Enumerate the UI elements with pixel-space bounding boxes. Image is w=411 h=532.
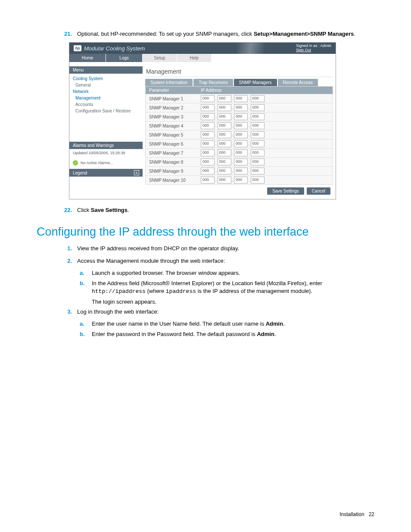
menu-management[interactable]: Management xyxy=(69,95,143,101)
ip-octet-input[interactable]: 000 xyxy=(251,159,265,165)
ss-nav-right: Setup Help xyxy=(143,54,212,62)
ip-dot-separator: . xyxy=(215,151,217,155)
menu-items: Cooling System General Network Managemen… xyxy=(69,74,143,116)
plus-icon[interactable]: + xyxy=(134,170,139,175)
ip-address-cells: 000.000.000.000 xyxy=(197,158,268,166)
ip-octet-input[interactable]: 000 xyxy=(218,140,231,147)
nav-home[interactable]: Home xyxy=(69,54,106,62)
ss-body: Menu Cooling System General Network Mana… xyxy=(69,65,336,199)
ip-octet-input[interactable]: 000 xyxy=(201,131,215,138)
ip-octet-input[interactable]: 000 xyxy=(218,113,231,120)
nav-logs[interactable]: Logs xyxy=(106,54,143,62)
ip-octet-input[interactable]: 000 xyxy=(218,177,231,184)
ip-octet-input[interactable]: 000 xyxy=(251,122,265,129)
ip-dot-separator: . xyxy=(232,178,234,182)
tab-remote-access[interactable]: Remote Access xyxy=(278,79,318,86)
col-ip-address: IP Address xyxy=(197,87,333,94)
sign-out-link[interactable]: Sign Out xyxy=(296,48,331,52)
ip-octet-input[interactable]: 000 xyxy=(218,149,231,156)
menu-accounts[interactable]: Accounts xyxy=(69,101,143,108)
ip-octet-input[interactable]: 000 xyxy=(201,159,215,165)
hp-logo-icon: hp xyxy=(74,45,81,51)
ip-octet-input[interactable]: 000 xyxy=(234,95,248,102)
ip-octet-input[interactable]: 000 xyxy=(201,177,215,184)
ip-octet-input[interactable]: 000 xyxy=(251,104,265,111)
menu-cooling-system[interactable]: Cooling System xyxy=(69,75,143,82)
ip-octet-input[interactable]: 000 xyxy=(234,122,248,129)
ip-octet-input[interactable]: 000 xyxy=(218,122,231,129)
legend-label: Legend xyxy=(73,171,87,175)
snmp-manager-row: SNMP Manager 1000.000.000.000 xyxy=(146,94,333,103)
ip-octet-input[interactable]: 000 xyxy=(234,168,248,174)
footer-page-number: 22 xyxy=(369,511,374,517)
tab-snmp-managers[interactable]: SNMP Managers xyxy=(234,79,277,86)
alarms-updated-text: Updated 10/05/2005, 15:28:38 xyxy=(69,149,143,157)
ip-octet-input[interactable]: 000 xyxy=(234,159,248,165)
menu-general[interactable]: General xyxy=(69,82,143,88)
ip-octet-input[interactable]: 000 xyxy=(201,140,215,147)
ip-octet-input[interactable]: 000 xyxy=(251,149,265,156)
ip-dot-separator: . xyxy=(249,96,250,101)
ip-octet-input[interactable]: 000 xyxy=(201,168,215,174)
step-3a: a. Enter the user name in the User Name … xyxy=(80,320,374,328)
ip-octet-input[interactable]: 000 xyxy=(234,131,248,138)
cancel-button[interactable]: Cancel xyxy=(307,187,330,195)
ip-octet-input[interactable]: 000 xyxy=(234,104,248,111)
ip-dot-separator: . xyxy=(232,124,234,128)
ip-dot-separator: . xyxy=(232,115,234,119)
snmp-manager-label: SNMP Manager 6 xyxy=(146,140,197,148)
ip-dot-separator: . xyxy=(215,178,217,182)
snmp-manager-row: SNMP Manager 6000.000.000.000 xyxy=(146,139,333,148)
legend-panel-header[interactable]: Legend + xyxy=(69,169,143,177)
ip-octet-input[interactable]: 000 xyxy=(251,95,265,102)
no-alarms-row: ✓ No Active Alarms... xyxy=(69,159,143,166)
nav-setup[interactable]: Setup xyxy=(143,54,177,62)
step-22-period: . xyxy=(128,207,129,213)
step-2b-text: In the Address field (Microsoft® Interne… xyxy=(92,280,374,296)
ip-octet-input[interactable]: 000 xyxy=(218,168,231,174)
step-21: 21. Optional, but HP-recommended: To set… xyxy=(62,30,374,38)
ip-octet-input[interactable]: 000 xyxy=(201,104,215,111)
ip-octet-input[interactable]: 000 xyxy=(218,159,231,165)
step-2a-letter: a. xyxy=(80,269,87,277)
ip-octet-input[interactable]: 000 xyxy=(218,95,231,102)
step-22-bold: Save Settings xyxy=(91,207,128,213)
tab-system-information[interactable]: System Information xyxy=(145,79,193,86)
step-2b-code-2: ipaddress xyxy=(166,288,196,295)
ip-octet-input[interactable]: 000 xyxy=(234,140,248,147)
step-21-text-a: Optional, but HP-recommended: To set up … xyxy=(77,31,254,37)
ip-octet-input[interactable]: 000 xyxy=(201,149,215,156)
ip-address-cells: 000.000.000.000 xyxy=(197,176,268,184)
tab-trap-receivers[interactable]: Trap Receivers xyxy=(193,79,233,86)
step-3a-text-1: Enter the user name in the User Name fie… xyxy=(92,320,266,327)
ip-octet-input[interactable]: 000 xyxy=(251,168,265,174)
ip-octet-input[interactable]: 000 xyxy=(251,113,265,120)
step-2a: a. Launch a supported browser. The brows… xyxy=(80,269,374,277)
ss-main-panel: Management System Information Trap Recei… xyxy=(143,65,336,199)
ip-octet-input[interactable]: 000 xyxy=(234,177,248,184)
step-2b: b. In the Address field (Microsoft® Inte… xyxy=(80,280,374,296)
ip-dot-separator: . xyxy=(215,96,217,101)
step-22: 22. Click Save Settings. xyxy=(62,206,374,214)
snmp-managers-screenshot: hp Modular Cooling System Signed in as :… xyxy=(69,42,336,199)
step-2a-text: Launch a supported browser. The browser … xyxy=(92,269,240,277)
ip-octet-input[interactable]: 000 xyxy=(218,131,231,138)
ip-octet-input[interactable]: 000 xyxy=(251,140,265,147)
ip-address-cells: 000.000.000.000 xyxy=(197,112,268,121)
menu-config-save[interactable]: Configuration Save / Restore xyxy=(69,108,143,114)
ip-octet-input[interactable]: 000 xyxy=(201,95,215,102)
ip-octet-input[interactable]: 000 xyxy=(218,104,231,111)
ip-octet-input[interactable]: 000 xyxy=(234,113,248,120)
menu-network[interactable]: Network xyxy=(69,88,143,95)
nav-help[interactable]: Help xyxy=(177,54,212,62)
snmp-manager-row: SNMP Manager 3000.000.000.000 xyxy=(146,112,333,121)
ip-octet-input[interactable]: 000 xyxy=(201,113,215,120)
ip-octet-input[interactable]: 000 xyxy=(251,177,265,184)
ip-octet-input[interactable]: 000 xyxy=(201,122,215,129)
ip-octet-input[interactable]: 000 xyxy=(251,131,265,138)
ip-octet-input[interactable]: 000 xyxy=(234,149,248,156)
save-settings-button[interactable]: Save Settings xyxy=(267,187,304,195)
ss-logo-area: hp Modular Cooling System xyxy=(69,45,145,52)
step-2b-text-3: is the IP address of the management modu… xyxy=(196,288,312,294)
step-2-text: Access the Management module through the… xyxy=(77,257,225,265)
